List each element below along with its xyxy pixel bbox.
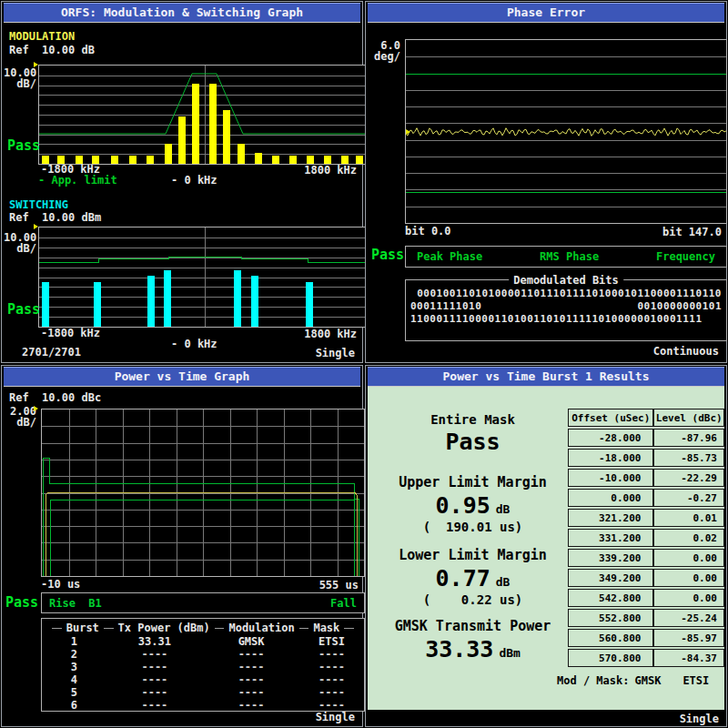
lower-margin-time: ( 0.22 us) — [375, 592, 571, 607]
results-table-row: 560.800-85.97 — [568, 629, 724, 647]
offset-cell: 560.800 — [568, 629, 653, 647]
mod-mask-line: Mod / Mask: GMSK ETSI — [557, 674, 709, 687]
orfs-window[interactable]: ORFS: Modulation & Switching Graph MODUL… — [1, 1, 363, 363]
mod-mask-label: Mod / Mask: — [557, 674, 629, 687]
burst-table-row: 6------------ — [42, 699, 364, 712]
burst-table-row: 4------------ — [42, 673, 364, 686]
level-cell: 0.00 — [653, 549, 724, 567]
phase-x-right: bit 147.0 — [662, 226, 722, 238]
burst-cell: ---- — [299, 686, 364, 699]
modulation-x-right: 1800 kHz — [304, 164, 357, 177]
modulation-label: MODULATION — [9, 31, 75, 43]
transmit-power-value: 33.33 dBm — [375, 638, 571, 662]
sweep-counter: 2701/2701 — [22, 347, 81, 359]
frequency-label: Frequency — [656, 250, 715, 263]
sweep-mode-status: Continuous — [653, 345, 719, 358]
offset-cell: 331.200 — [568, 529, 653, 547]
level-cell: -25.24 — [653, 609, 724, 627]
switching-pass-badge: Pass — [7, 302, 40, 317]
results-table-row: 542.8000.00 — [568, 589, 724, 607]
phase-error-graph — [405, 39, 727, 224]
offset-cell: 321.200 — [568, 509, 653, 527]
results-table-row: 349.2000.00 — [568, 569, 724, 587]
upper-limit-margin-label: Upper Limit Margin — [375, 474, 571, 490]
modulation-mask-overlay — [39, 66, 365, 164]
transmit-power-number: 33.33 — [425, 638, 493, 662]
switching-x-center: - 0 kHz — [171, 339, 217, 350]
rise-label: Rise B1 — [49, 597, 102, 610]
offset-cell: -18.000 — [568, 449, 653, 467]
txpower-col-header: Tx Power (dBm) — [118, 622, 210, 634]
burst-cell: 4 — [42, 673, 106, 686]
modulation-col-header: Modulation — [228, 622, 294, 634]
demodulated-bits-box: Demodulated Bits 00010011010100001101110… — [405, 279, 727, 341]
pvt-graph — [41, 409, 365, 577]
burst-table-row: 133.31GMSKETSI — [42, 635, 364, 648]
entire-mask-label: Entire Mask — [375, 412, 571, 427]
ref-marker-icon — [34, 224, 38, 229]
burst-cell: ---- — [203, 648, 299, 661]
results-panel: Entire Mask Pass Upper Limit Margin 0.95… — [368, 387, 724, 710]
burst-cell: 1 — [42, 635, 106, 648]
level-cell: -87.96 — [653, 429, 724, 447]
phase-x-left: bit 0.0 — [405, 226, 451, 238]
burst-table-row: 2------------ — [42, 648, 364, 661]
results-table-row: 321.2000.01 — [568, 509, 724, 527]
power-vs-time-window[interactable]: Power vs Time Graph Ref 10.00 dBc 2.00 d… — [1, 365, 363, 727]
offset-cell: 552.800 — [568, 609, 653, 627]
pvt-results-window[interactable]: Power vs Time Burst 1 Results Entire Mas… — [365, 365, 727, 727]
level-cell: -22.29 — [653, 469, 724, 487]
burst-cell: 2 — [42, 648, 106, 661]
lower-limit-margin-value: 0.77 dB — [375, 567, 571, 591]
upper-margin-time: ( 190.01 us) — [375, 520, 571, 534]
burst-cell: 3 — [42, 661, 106, 673]
results-table-row: 570.800-84.37 — [568, 649, 724, 667]
offset-cell: -28.000 — [568, 429, 653, 447]
pvt-pass-badge: Pass — [5, 595, 38, 610]
burst-cell: ---- — [203, 686, 299, 699]
modulation-x-center: - 0 kHz — [171, 175, 217, 187]
transmit-power-label: GMSK Transmit Power — [375, 618, 571, 634]
offset-cell: -10.000 — [568, 469, 653, 487]
divider — [215, 628, 225, 629]
switching-ref-label: Ref 10.00 dBm — [9, 212, 101, 224]
level-cell: 0.00 — [653, 589, 724, 607]
entire-mask-result: Pass — [375, 429, 571, 455]
sweep-mode-status: Single — [680, 713, 719, 725]
demod-bits-line: 0001001101010000110111011110100010110000… — [410, 288, 722, 300]
offset-cell: 542.800 — [568, 589, 653, 607]
results-column-header: Offset (uSec) — [568, 409, 653, 427]
phase-error-window[interactable]: Phase Error 6.0 deg/ bit 0.0 bit 147.0 P… — [365, 1, 727, 363]
modulation-pass-badge: Pass — [7, 138, 40, 153]
modulation-graph — [38, 65, 366, 165]
demod-bits-line: 1100011110000110100110101111101000000100… — [410, 313, 722, 326]
sweep-mode-status: Single — [316, 347, 355, 359]
instrument-screen: ORFS: Modulation & Switching Graph MODUL… — [0, 0, 728, 728]
pvt-x-right: 555 us — [319, 579, 359, 592]
burst-cell: 5 — [42, 686, 106, 699]
modulation-ref-label: Ref 10.00 dB — [9, 45, 95, 56]
switching-graph — [38, 227, 366, 328]
level-cell: 0.01 — [653, 509, 724, 527]
burst-cell: ---- — [203, 699, 299, 712]
burst-col-header: Burst — [66, 622, 99, 634]
results-table-row: -28.000-87.96 — [568, 429, 724, 447]
pvt-x-left: -10 us — [41, 579, 80, 591]
burst-cell: ---- — [299, 699, 364, 712]
burst-cell: ---- — [106, 673, 203, 686]
mod-value: GMSK — [634, 674, 661, 687]
offset-cell: 349.200 — [568, 569, 653, 587]
results-table-row: -10.000-22.29 — [568, 469, 724, 487]
lower-margin-unit: dB — [496, 575, 511, 589]
burst-cell: ---- — [299, 673, 364, 686]
pvt-results-title: Power vs Time Burst 1 Results — [368, 367, 724, 387]
phase-pass-badge: Pass — [371, 248, 404, 262]
demod-bits-line: 0010000000101 — [637, 300, 722, 313]
results-table-row: -18.000-85.73 — [568, 449, 724, 467]
results-table-row: 331.2000.02 — [568, 529, 724, 547]
results-summary: Entire Mask Pass Upper Limit Margin 0.95… — [375, 387, 571, 678]
divider — [104, 628, 114, 629]
level-cell: -85.73 — [653, 449, 724, 467]
pvt-traces-overlay — [42, 410, 364, 576]
pvt-ref-label: Ref 10.00 dBc — [9, 392, 101, 404]
